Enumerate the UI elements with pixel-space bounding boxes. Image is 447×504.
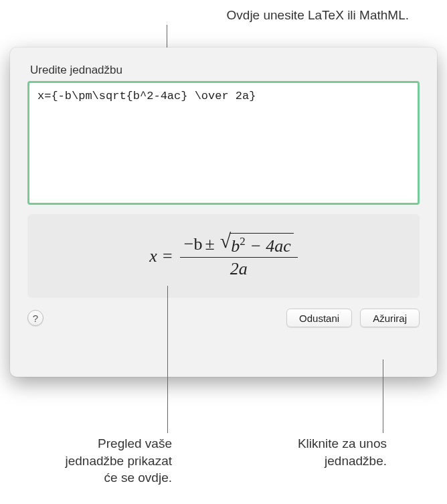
equation-lhs: x =: [149, 246, 173, 266]
radical-symbol: √: [220, 231, 231, 251]
plus-minus-symbol: ±: [205, 234, 214, 254]
radicand: b2 − 4ac: [230, 233, 294, 256]
numerator-minus-b: −b: [184, 234, 203, 254]
help-button[interactable]: ?: [27, 310, 43, 326]
callout-line: [383, 359, 383, 433]
square-root: √ b2 − 4ac: [220, 233, 294, 256]
equation-editor-dialog: Uredite jednadžbu x = −b ± √ b2 − 4ac 2a: [10, 48, 437, 377]
equation-fraction: −b ± √ b2 − 4ac 2a: [180, 233, 298, 280]
update-button[interactable]: Ažuriraj: [360, 309, 420, 327]
dialog-title: Uredite jednadžbu: [30, 64, 420, 77]
cancel-button[interactable]: Odustani: [286, 309, 352, 327]
callout-input-label: Ovdje unesite LaTeX ili MathML.: [227, 8, 409, 23]
radicand-exponent: 2: [240, 235, 245, 248]
callout-preview-label: Pregled vaše jednadžbe prikazat će se ov…: [55, 435, 172, 487]
radicand-base: b: [231, 236, 240, 255]
equation-preview-area: x = −b ± √ b2 − 4ac 2a: [27, 214, 420, 298]
equation-preview: x = −b ± √ b2 − 4ac 2a: [149, 233, 298, 280]
equation-input[interactable]: [27, 81, 420, 205]
equation-numerator: −b ± √ b2 − 4ac: [180, 233, 298, 258]
button-row: ? Odustani Ažuriraj: [27, 309, 420, 327]
callout-line: [167, 286, 168, 433]
callout-button-label: Kliknite za unos jednadžbe.: [280, 435, 387, 469]
radicand-suffix: − 4ac: [246, 236, 291, 255]
equation-denominator: 2a: [180, 257, 298, 279]
